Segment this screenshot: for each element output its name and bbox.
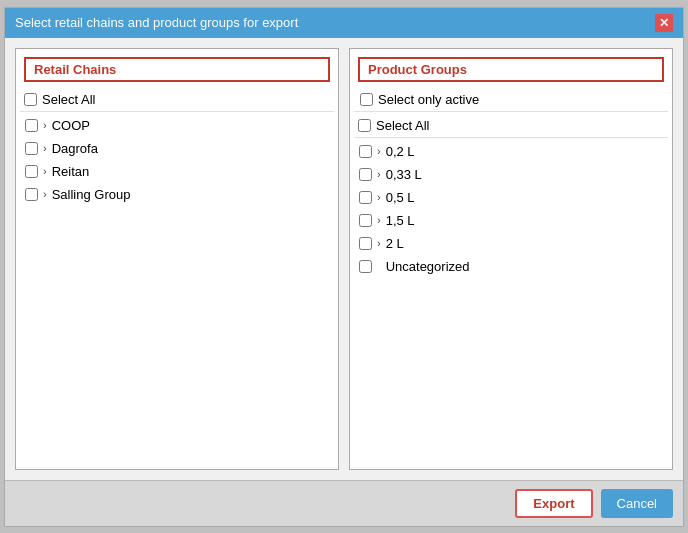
product-group-label-5: Uncategorized (386, 259, 470, 274)
retail-chain-label-reitan: Reitan (52, 164, 90, 179)
retail-chain-label-coop: COOP (52, 118, 90, 133)
chevron-icon-reitan: › (43, 165, 47, 177)
chevron-icon-pg0: › (377, 145, 381, 157)
chevron-icon-pg1: › (377, 168, 381, 180)
product-group-item-0[interactable]: › 0,2 L (354, 140, 668, 163)
retail-chains-select-all-checkbox[interactable] (24, 93, 37, 106)
retail-chains-title: Retail Chains (24, 57, 330, 82)
product-group-item-4[interactable]: › 2 L (354, 232, 668, 255)
retail-chain-item-salling[interactable]: › Salling Group (20, 183, 334, 206)
chevron-icon-pg2: › (377, 191, 381, 203)
product-group-label-0: 0,2 L (386, 144, 415, 159)
export-dialog: Select retail chains and product groups … (4, 7, 684, 527)
product-group-label-4: 2 L (386, 236, 404, 251)
retail-chain-label-dagrofa: Dagrofa (52, 141, 98, 156)
chevron-icon-pg4: › (377, 237, 381, 249)
retail-chain-checkbox-reitan[interactable] (25, 165, 38, 178)
chevron-icon-coop: › (43, 119, 47, 131)
product-group-checkbox-1[interactable] (359, 168, 372, 181)
retail-chain-item-reitan[interactable]: › Reitan (20, 160, 334, 183)
product-group-label-3: 1,5 L (386, 213, 415, 228)
select-only-active-checkbox[interactable] (360, 93, 373, 106)
product-group-checkbox-5[interactable] (359, 260, 372, 273)
product-group-label-2: 0,5 L (386, 190, 415, 205)
retail-chain-item-dagrofa[interactable]: › Dagrofa (20, 137, 334, 160)
product-group-item-3[interactable]: › 1,5 L (354, 209, 668, 232)
product-groups-panel: Product Groups Select only active Select… (349, 48, 673, 470)
product-group-checkbox-0[interactable] (359, 145, 372, 158)
product-groups-title: Product Groups (358, 57, 664, 82)
product-group-item-1[interactable]: › 0,33 L (354, 163, 668, 186)
select-only-active-label: Select only active (378, 92, 479, 107)
retail-chain-checkbox-salling[interactable] (25, 188, 38, 201)
product-group-item-2[interactable]: › 0,5 L (354, 186, 668, 209)
dialog-body: Retail Chains Select All › COOP › Dagrof… (5, 38, 683, 480)
select-only-active-row[interactable]: Select only active (354, 88, 668, 112)
retail-chain-checkbox-dagrofa[interactable] (25, 142, 38, 155)
retail-chains-select-all-row[interactable]: Select All (20, 88, 334, 112)
chevron-icon-pg3: › (377, 214, 381, 226)
retail-chains-content: Select All › COOP › Dagrofa › Reitan (16, 82, 338, 469)
product-group-checkbox-3[interactable] (359, 214, 372, 227)
retail-chain-item-coop[interactable]: › COOP (20, 114, 334, 137)
product-groups-content: Select only active Select All › 0,2 L › … (350, 82, 672, 469)
chevron-icon-salling: › (43, 188, 47, 200)
product-group-checkbox-4[interactable] (359, 237, 372, 250)
product-group-item-5[interactable]: › Uncategorized (354, 255, 668, 278)
retail-chain-label-salling: Salling Group (52, 187, 131, 202)
retail-chains-select-all-label: Select All (42, 92, 95, 107)
export-button[interactable]: Export (515, 489, 592, 518)
product-groups-select-all-row[interactable]: Select All (354, 114, 668, 138)
cancel-button[interactable]: Cancel (601, 489, 673, 518)
product-group-checkbox-2[interactable] (359, 191, 372, 204)
dialog-title: Select retail chains and product groups … (15, 15, 298, 30)
product-group-label-1: 0,33 L (386, 167, 422, 182)
product-groups-select-all-label: Select All (376, 118, 429, 133)
close-button[interactable]: ✕ (655, 14, 673, 32)
retail-chains-panel: Retail Chains Select All › COOP › Dagrof… (15, 48, 339, 470)
dialog-footer: Export Cancel (5, 480, 683, 526)
chevron-icon-dagrofa: › (43, 142, 47, 154)
product-groups-select-all-checkbox[interactable] (358, 119, 371, 132)
dialog-header: Select retail chains and product groups … (5, 8, 683, 38)
retail-chain-checkbox-coop[interactable] (25, 119, 38, 132)
